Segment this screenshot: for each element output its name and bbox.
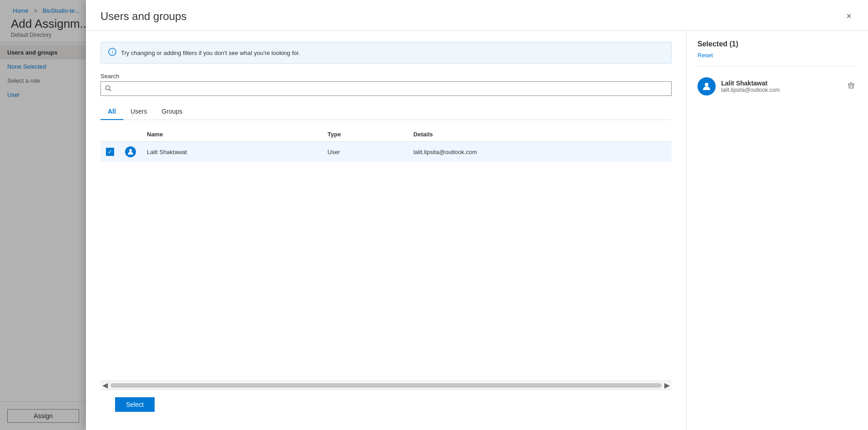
selected-panel: Selected (1) Reset Lalit Shaktawat lalit… <box>686 31 868 430</box>
row-name: Lalit Shaktawat <box>141 142 322 162</box>
svg-point-4 <box>129 149 132 152</box>
row-details: lalit.lipsita@outlook.com <box>408 142 672 162</box>
reset-link[interactable]: Reset <box>697 52 857 59</box>
modal-header: Users and groups × <box>86 0 868 31</box>
users-table: Name Type Details <box>100 127 672 162</box>
scroll-left-arrow[interactable]: ◀ <box>102 381 108 390</box>
horizontal-scrollbar[interactable]: ◀ ▶ <box>100 380 672 390</box>
scroll-right-arrow[interactable]: ▶ <box>664 381 670 390</box>
search-input-wrapper <box>100 81 672 96</box>
svg-text:i: i <box>112 50 113 55</box>
row-checkbox-cell[interactable] <box>100 142 120 162</box>
selected-user-name: Lalit Shaktawat <box>721 80 845 87</box>
info-banner: i Try changing or adding filters if you … <box>100 42 672 64</box>
selected-user-info: Lalit Shaktawat lalit.lipsita@outlook.co… <box>721 80 845 93</box>
modal-footer: Select <box>100 390 672 419</box>
col-name: Name <box>141 127 322 142</box>
col-type: Type <box>322 127 408 142</box>
search-icon <box>105 85 111 93</box>
modal-panel: Users and groups × i Try changing or add… <box>86 0 868 430</box>
tab-users[interactable]: Users <box>123 103 155 120</box>
svg-line-3 <box>110 89 111 91</box>
checkbox-checked[interactable] <box>106 148 114 156</box>
col-icon <box>120 127 141 142</box>
selected-divider <box>697 66 857 66</box>
search-label: Search <box>100 73 672 80</box>
select-button[interactable]: Select <box>115 397 155 412</box>
selected-user-avatar <box>697 77 716 95</box>
selected-user-row: Lalit Shaktawat lalit.lipsita@outlook.co… <box>697 74 857 99</box>
selected-user-email: lalit.lipsita@outlook.com <box>721 87 845 93</box>
selected-title: Selected (1) <box>697 40 857 48</box>
svg-point-5 <box>705 83 708 86</box>
table-scroll-area[interactable]: Name Type Details <box>100 120 672 380</box>
tabs-bar: All Users Groups <box>100 103 672 120</box>
modal-title: Users and groups <box>100 10 186 23</box>
col-checkbox <box>100 127 120 142</box>
modal-body: i Try changing or adding filters if you … <box>86 31 868 430</box>
modal-close-button[interactable]: × <box>844 9 853 23</box>
tab-groups[interactable]: Groups <box>154 103 190 120</box>
table-row[interactable]: Lalit Shaktawat User lalit.lipsita@outlo… <box>100 142 672 162</box>
svg-rect-7 <box>850 82 852 83</box>
search-section: Search <box>100 73 672 96</box>
col-details: Details <box>408 127 672 142</box>
tab-all[interactable]: All <box>100 103 123 120</box>
row-type: User <box>322 142 408 162</box>
modal-main-content: i Try changing or adding filters if you … <box>86 31 686 430</box>
row-icon-cell <box>120 142 141 162</box>
search-input[interactable] <box>100 81 672 96</box>
info-icon: i <box>108 48 116 58</box>
row-user-avatar <box>125 146 136 157</box>
info-banner-text: Try changing or adding filters if you do… <box>121 50 300 56</box>
delete-selected-user-button[interactable] <box>845 80 857 93</box>
scrollbar-thumb[interactable] <box>110 383 662 388</box>
